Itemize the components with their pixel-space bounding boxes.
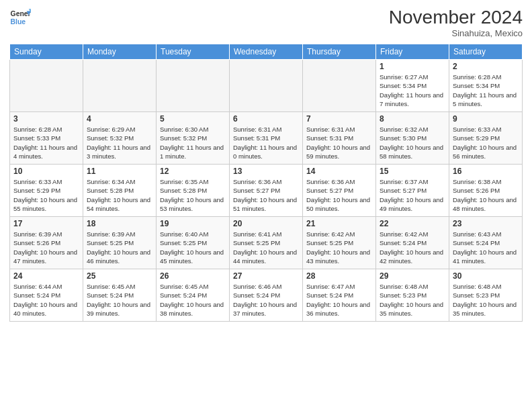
day-number: 4 [87,114,152,124]
table-row: 21Sunrise: 6:42 AMSunset: 5:25 PMDayligh… [303,217,376,269]
day-number: 7 [306,114,372,124]
day-number: 24 [13,271,79,281]
svg-text:Blue: Blue [11,18,26,26]
day-info: Sunrise: 6:30 AMSunset: 5:32 PMDaylight:… [160,125,226,161]
table-row: 8Sunrise: 6:32 AMSunset: 5:30 PMDaylight… [376,112,449,165]
table-row: 26Sunrise: 6:45 AMSunset: 5:24 PMDayligh… [157,269,230,322]
day-info: Sunrise: 6:29 AMSunset: 5:32 PMDaylight:… [87,125,152,161]
day-number: 8 [380,114,445,124]
day-info: Sunrise: 6:34 AMSunset: 5:28 PMDaylight:… [87,177,152,213]
day-number: 27 [233,271,299,281]
table-row: 27Sunrise: 6:46 AMSunset: 5:24 PMDayligh… [230,269,303,322]
day-info: Sunrise: 6:44 AMSunset: 5:24 PMDaylight:… [13,282,79,318]
col-wednesday: Wednesday [230,44,303,60]
day-info: Sunrise: 6:39 AMSunset: 5:26 PMDaylight:… [13,230,79,265]
calendar-week-row: 24Sunrise: 6:44 AMSunset: 5:24 PMDayligh… [10,269,523,322]
day-info: Sunrise: 6:42 AMSunset: 5:25 PMDaylight:… [306,230,372,265]
month-title: November 2024 [389,7,523,28]
day-info: Sunrise: 6:41 AMSunset: 5:25 PMDaylight:… [233,230,299,265]
day-number: 28 [306,271,372,281]
table-row: 29Sunrise: 6:48 AMSunset: 5:23 PMDayligh… [376,269,449,322]
day-info: Sunrise: 6:45 AMSunset: 5:24 PMDaylight:… [160,282,226,318]
day-number: 26 [160,271,226,281]
day-number: 22 [380,219,445,228]
day-info: Sunrise: 6:39 AMSunset: 5:25 PMDaylight:… [87,230,152,265]
day-number: 30 [453,271,519,281]
table-row: 12Sunrise: 6:35 AMSunset: 5:28 PMDayligh… [157,165,230,217]
day-info: Sunrise: 6:42 AMSunset: 5:24 PMDaylight:… [380,230,445,265]
day-info: Sunrise: 6:32 AMSunset: 5:30 PMDaylight:… [380,125,445,161]
table-row: 2Sunrise: 6:28 AMSunset: 5:34 PMDaylight… [449,60,523,112]
day-info: Sunrise: 6:46 AMSunset: 5:24 PMDaylight:… [233,282,299,318]
table-row: 28Sunrise: 6:47 AMSunset: 5:24 PMDayligh… [303,269,376,322]
calendar-header-row: Sunday Monday Tuesday Wednesday Thursday… [10,44,523,60]
table-row: 30Sunrise: 6:48 AMSunset: 5:23 PMDayligh… [449,269,523,322]
table-row: 16Sunrise: 6:38 AMSunset: 5:26 PMDayligh… [449,165,523,217]
col-saturday: Saturday [449,44,523,60]
day-info: Sunrise: 6:45 AMSunset: 5:24 PMDaylight:… [87,282,152,318]
day-number: 14 [306,167,372,176]
table-row: 15Sunrise: 6:37 AMSunset: 5:27 PMDayligh… [376,165,449,217]
day-number: 6 [233,114,299,124]
day-number: 5 [160,114,226,124]
day-info: Sunrise: 6:47 AMSunset: 5:24 PMDaylight:… [306,282,372,318]
table-row: 13Sunrise: 6:36 AMSunset: 5:27 PMDayligh… [230,165,303,217]
table-row: 24Sunrise: 6:44 AMSunset: 5:24 PMDayligh… [10,269,83,322]
day-info: Sunrise: 6:28 AMSunset: 5:34 PMDaylight:… [453,73,519,108]
day-info: Sunrise: 6:40 AMSunset: 5:25 PMDaylight:… [160,230,226,265]
day-info: Sunrise: 6:28 AMSunset: 5:33 PMDaylight:… [13,125,79,161]
day-info: Sunrise: 6:36 AMSunset: 5:27 PMDaylight:… [233,177,299,213]
table-row: 18Sunrise: 6:39 AMSunset: 5:25 PMDayligh… [83,217,157,269]
location: Sinahuiza, Mexico [389,28,523,38]
day-number: 18 [87,219,152,228]
table-row: 22Sunrise: 6:42 AMSunset: 5:24 PMDayligh… [376,217,449,269]
table-row: 25Sunrise: 6:45 AMSunset: 5:24 PMDayligh… [83,269,157,322]
day-number: 11 [87,167,152,176]
day-info: Sunrise: 6:48 AMSunset: 5:23 PMDaylight:… [380,282,445,318]
day-number: 10 [13,167,79,176]
table-row: 6Sunrise: 6:31 AMSunset: 5:31 PMDaylight… [230,112,303,165]
day-number: 19 [160,219,226,228]
table-row: 4Sunrise: 6:29 AMSunset: 5:32 PMDaylight… [83,112,157,165]
day-info: Sunrise: 6:33 AMSunset: 5:29 PMDaylight:… [13,177,79,213]
day-number: 9 [453,114,519,124]
table-row [10,60,83,112]
day-number: 12 [160,167,226,176]
table-row: 11Sunrise: 6:34 AMSunset: 5:28 PMDayligh… [83,165,157,217]
day-number: 20 [233,219,299,228]
table-row: 14Sunrise: 6:36 AMSunset: 5:27 PMDayligh… [303,165,376,217]
calendar-table: Sunday Monday Tuesday Wednesday Thursday… [9,44,523,322]
table-row: 23Sunrise: 6:43 AMSunset: 5:24 PMDayligh… [449,217,523,269]
calendar-week-row: 17Sunrise: 6:39 AMSunset: 5:26 PMDayligh… [10,217,523,269]
day-info: Sunrise: 6:48 AMSunset: 5:23 PMDaylight:… [453,282,519,318]
day-number: 13 [233,167,299,176]
table-row: 1Sunrise: 6:27 AMSunset: 5:34 PMDaylight… [376,60,449,112]
day-number: 1 [380,62,445,71]
day-info: Sunrise: 6:31 AMSunset: 5:31 PMDaylight:… [233,125,299,161]
title-block: November 2024 Sinahuiza, Mexico [389,7,523,38]
col-thursday: Thursday [303,44,376,60]
table-row: 5Sunrise: 6:30 AMSunset: 5:32 PMDaylight… [157,112,230,165]
table-row [230,60,303,112]
logo: General Blue [9,7,31,28]
day-number: 2 [453,62,519,71]
table-row: 9Sunrise: 6:33 AMSunset: 5:29 PMDaylight… [449,112,523,165]
col-friday: Friday [376,44,449,60]
day-info: Sunrise: 6:43 AMSunset: 5:24 PMDaylight:… [453,230,519,265]
day-number: 29 [380,271,445,281]
table-row: 20Sunrise: 6:41 AMSunset: 5:25 PMDayligh… [230,217,303,269]
calendar-week-row: 3Sunrise: 6:28 AMSunset: 5:33 PMDaylight… [10,112,523,165]
table-row: 7Sunrise: 6:31 AMSunset: 5:31 PMDaylight… [303,112,376,165]
page-container: General Blue November 2024 Sinahuiza, Me… [0,0,532,327]
day-info: Sunrise: 6:38 AMSunset: 5:26 PMDaylight:… [453,177,519,213]
day-info: Sunrise: 6:33 AMSunset: 5:29 PMDaylight:… [453,125,519,161]
day-number: 16 [453,167,519,176]
day-number: 3 [13,114,79,124]
day-number: 23 [453,219,519,228]
calendar-week-row: 10Sunrise: 6:33 AMSunset: 5:29 PMDayligh… [10,165,523,217]
col-sunday: Sunday [10,44,83,60]
day-info: Sunrise: 6:36 AMSunset: 5:27 PMDaylight:… [306,177,372,213]
day-info: Sunrise: 6:27 AMSunset: 5:34 PMDaylight:… [380,73,445,108]
col-monday: Monday [83,44,157,60]
day-number: 15 [380,167,445,176]
